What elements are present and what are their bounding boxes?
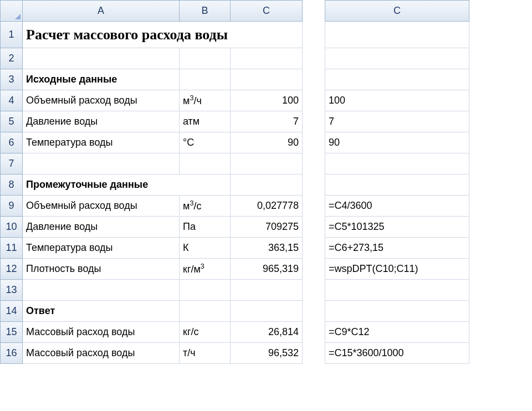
cell[interactable]: кг/с: [180, 322, 231, 343]
row-header[interactable]: 9: [1, 196, 23, 217]
cell[interactable]: [23, 48, 180, 69]
spreadsheet: A B C 1 Расчет массового расхода воды 2 …: [0, 0, 532, 364]
col-header-C2[interactable]: C: [325, 1, 469, 22]
cell[interactable]: 26,814: [231, 322, 303, 343]
row-header[interactable]: 10: [1, 217, 23, 238]
cell[interactable]: Па: [180, 217, 231, 238]
row-header[interactable]: 7: [1, 153, 23, 174]
row-header[interactable]: 6: [1, 132, 23, 153]
cell[interactable]: =C4/3600: [325, 196, 469, 217]
row-header[interactable]: 3: [1, 69, 23, 90]
col-header-A[interactable]: A: [23, 1, 180, 22]
cell[interactable]: [231, 301, 303, 322]
cell[interactable]: 965,319: [231, 259, 303, 280]
col-header-C[interactable]: C: [231, 1, 303, 22]
row-11: 11 Температура воды К 363,15: [1, 238, 303, 259]
cell[interactable]: [180, 280, 231, 301]
row-1: 1 Расчет массового расхода воды: [1, 22, 303, 48]
cell[interactable]: Массовый расход воды: [23, 343, 180, 364]
cell[interactable]: Объемный расход воды: [23, 90, 180, 111]
cell[interactable]: 7: [325, 111, 469, 132]
cell[interactable]: 96,532: [231, 343, 303, 364]
cell[interactable]: [325, 280, 469, 301]
cell[interactable]: [325, 174, 469, 196]
col-header-B[interactable]: B: [180, 1, 231, 22]
cell[interactable]: [325, 153, 469, 174]
cell-title[interactable]: Расчет массового расхода воды: [23, 22, 303, 48]
cell[interactable]: [325, 301, 469, 322]
cell[interactable]: 0,027778: [231, 196, 303, 217]
row-header[interactable]: 8: [1, 174, 23, 196]
cell[interactable]: [231, 69, 303, 90]
row-5: 5 Давление воды атм 7: [1, 111, 303, 132]
row-9: 9 Объемный расход воды м3/с 0,027778: [1, 196, 303, 217]
cell[interactable]: =C5*101325: [325, 217, 469, 238]
cell[interactable]: =wspDPT(C10;C11): [325, 259, 469, 280]
cell[interactable]: [231, 280, 303, 301]
cell[interactable]: °C: [180, 132, 231, 153]
cell[interactable]: 709275: [231, 217, 303, 238]
cell-section[interactable]: Ответ: [23, 301, 180, 322]
cell[interactable]: [180, 301, 231, 322]
row-header[interactable]: 1: [1, 22, 23, 48]
cell[interactable]: 100: [325, 90, 469, 111]
row-8: 8 Промежуточные данные: [1, 174, 303, 196]
cell[interactable]: 90: [325, 132, 469, 153]
cell[interactable]: [23, 153, 180, 174]
row-header[interactable]: 12: [1, 259, 23, 280]
row-3: 3 Исходные данные: [1, 69, 303, 90]
cell[interactable]: [325, 48, 469, 69]
row-6: 6 Температура воды °C 90: [1, 132, 303, 153]
cell[interactable]: т/ч: [180, 343, 231, 364]
cell[interactable]: Давление воды: [23, 111, 180, 132]
cell[interactable]: [180, 48, 231, 69]
cell[interactable]: атм: [180, 111, 231, 132]
row-7: 7: [1, 153, 303, 174]
cell[interactable]: =C15*3600/1000: [325, 343, 469, 364]
cell[interactable]: [23, 280, 180, 301]
row-2: 2: [1, 48, 303, 69]
cell[interactable]: Температура воды: [23, 238, 180, 259]
cell[interactable]: Объемный расход воды: [23, 196, 180, 217]
cell[interactable]: =C9*C12: [325, 322, 469, 343]
row-12: 12 Плотность воды кг/м3 965,319: [1, 259, 303, 280]
cell[interactable]: [180, 153, 231, 174]
cell[interactable]: м3/ч: [180, 90, 231, 111]
row-header[interactable]: 16: [1, 343, 23, 364]
row-16: 16 Массовый расход воды т/ч 96,532: [1, 343, 303, 364]
row-header[interactable]: 2: [1, 48, 23, 69]
cell[interactable]: 7: [231, 111, 303, 132]
column-gap: [303, 0, 325, 364]
formula-grid: C 100 7 90 =C4/3600 =C5*101325 =C6+273,1…: [325, 0, 469, 364]
row-10: 10 Давление воды Па 709275: [1, 217, 303, 238]
cell[interactable]: =C6+273,15: [325, 238, 469, 259]
cell-section[interactable]: Исходные данные: [23, 69, 180, 90]
row-header[interactable]: 4: [1, 90, 23, 111]
cell[interactable]: [231, 174, 303, 196]
row-15: 15 Массовый расход воды кг/с 26,814: [1, 322, 303, 343]
row-header[interactable]: 15: [1, 322, 23, 343]
cell[interactable]: [325, 22, 469, 48]
cell-section[interactable]: Промежуточные данные: [23, 174, 231, 196]
cell[interactable]: Плотность воды: [23, 259, 180, 280]
cell[interactable]: [325, 69, 469, 90]
cell[interactable]: Давление воды: [23, 217, 180, 238]
cell[interactable]: 363,15: [231, 238, 303, 259]
cell[interactable]: м3/с: [180, 196, 231, 217]
cell[interactable]: [231, 153, 303, 174]
select-all-corner[interactable]: [1, 1, 23, 22]
cell[interactable]: К: [180, 238, 231, 259]
main-grid: A B C 1 Расчет массового расхода воды 2 …: [0, 0, 303, 364]
cell[interactable]: [180, 69, 231, 90]
row-header[interactable]: 11: [1, 238, 23, 259]
row-4: 4 Объемный расход воды м3/ч 100: [1, 90, 303, 111]
row-header[interactable]: 14: [1, 301, 23, 322]
cell[interactable]: 90: [231, 132, 303, 153]
cell[interactable]: [231, 48, 303, 69]
cell[interactable]: 100: [231, 90, 303, 111]
row-header[interactable]: 5: [1, 111, 23, 132]
cell[interactable]: Массовый расход воды: [23, 322, 180, 343]
cell[interactable]: Температура воды: [23, 132, 180, 153]
row-header[interactable]: 13: [1, 280, 23, 301]
cell[interactable]: кг/м3: [180, 259, 231, 280]
